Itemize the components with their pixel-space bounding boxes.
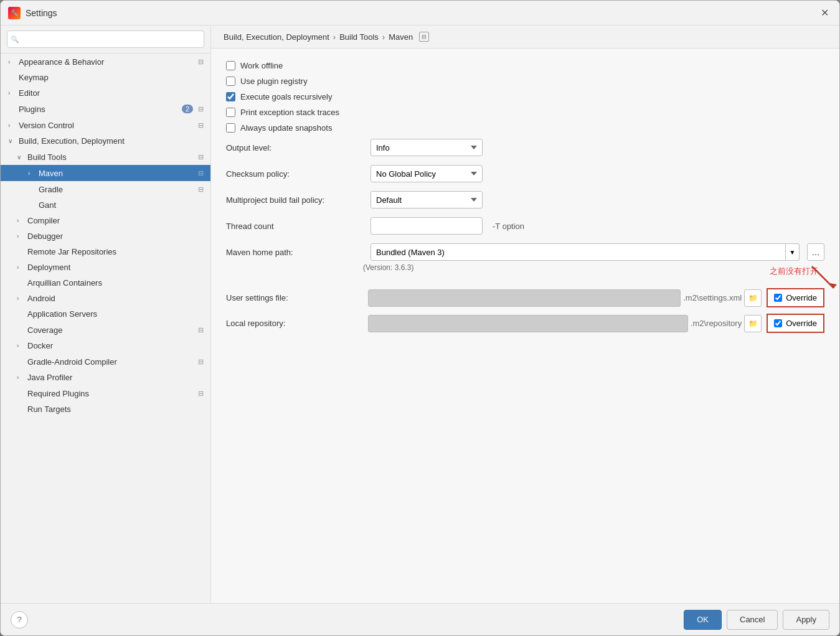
sidebar-item-maven[interactable]: › Maven ⊟ bbox=[1, 165, 210, 181]
expand-arrow: ∨ bbox=[17, 154, 26, 161]
sidebar-item-label: Keymap bbox=[19, 73, 205, 82]
settings-content: Work offline Use plugin registry Execute… bbox=[211, 49, 839, 603]
help-button[interactable]: ? bbox=[11, 611, 28, 629]
output-level-label: Output level: bbox=[226, 143, 363, 152]
execute-goals-row: Execute goals recursively bbox=[226, 92, 824, 101]
settings-icon: ⊟ bbox=[196, 168, 205, 178]
apply-button[interactable]: Apply bbox=[783, 610, 829, 630]
local-repo-path-blur bbox=[368, 315, 688, 332]
sidebar-item-arquillian[interactable]: Arquillian Containers bbox=[1, 275, 210, 291]
sidebar-item-label: Required Plugins bbox=[27, 389, 196, 398]
sidebar-item-run-targets[interactable]: Run Targets bbox=[1, 401, 210, 417]
expand-arrow: › bbox=[8, 58, 17, 65]
thread-count-row: Thread count -T option bbox=[226, 217, 824, 235]
sidebar-item-appearance[interactable]: › Appearance & Behavior ⊟ bbox=[1, 54, 210, 70]
local-repo-override-label[interactable]: Override bbox=[786, 319, 817, 328]
sidebar-item-label: Plugins bbox=[19, 105, 182, 114]
title-bar: 🔧 Settings ✕ bbox=[1, 1, 839, 26]
thread-count-label: Thread count bbox=[226, 222, 363, 231]
sidebar-item-label: Version Control bbox=[19, 121, 196, 130]
sidebar-item-label: Maven bbox=[39, 169, 196, 178]
user-settings-label: User settings file: bbox=[226, 293, 363, 302]
search-wrap bbox=[7, 30, 204, 48]
checksum-policy-row: Checksum policy: No Global Policy Warn F… bbox=[226, 165, 824, 182]
sidebar-item-app-servers[interactable]: Application Servers bbox=[1, 306, 210, 322]
breadcrumb-settings-icon[interactable]: ⊟ bbox=[419, 32, 429, 42]
local-repo-row: Local repository: .m2\repository 📁 Overr… bbox=[226, 314, 824, 333]
user-settings-override-checkbox[interactable] bbox=[774, 294, 782, 302]
use-plugin-registry-checkbox[interactable] bbox=[226, 77, 235, 86]
cancel-button[interactable]: Cancel bbox=[727, 610, 778, 630]
work-offline-checkbox[interactable] bbox=[226, 61, 235, 70]
svg-line-0 bbox=[812, 266, 834, 288]
expand-arrow: › bbox=[17, 374, 26, 381]
app-icon: 🔧 bbox=[8, 7, 21, 19]
work-offline-label[interactable]: Work offline bbox=[240, 61, 283, 70]
expand-arrow: › bbox=[8, 90, 17, 96]
maven-home-more-btn[interactable]: … bbox=[807, 243, 824, 261]
sidebar-item-deployment[interactable]: › Deployment bbox=[1, 260, 210, 275]
sidebar-item-keymap[interactable]: Keymap bbox=[1, 70, 210, 85]
output-level-row: Output level: Info Debug Warning Error bbox=[226, 139, 824, 156]
search-box bbox=[1, 26, 210, 54]
expand-arrow: ∨ bbox=[8, 138, 17, 144]
user-settings-section: User settings file: .m2\settings.xml 📁 O… bbox=[226, 288, 824, 333]
sidebar-item-build-exec[interactable]: ∨ Build, Execution, Deployment bbox=[1, 133, 210, 149]
maven-home-input[interactable] bbox=[370, 243, 786, 261]
sidebar: › Appearance & Behavior ⊟ Keymap › Edito… bbox=[1, 26, 211, 603]
settings-icon: ⊟ bbox=[196, 357, 205, 367]
checksum-policy-select[interactable]: No Global Policy Warn Fail Ignore bbox=[370, 165, 483, 182]
user-settings-path-text: .m2\settings.xml bbox=[683, 293, 742, 302]
breadcrumb-part2: Build Tools bbox=[339, 32, 379, 42]
user-settings-path-blur bbox=[368, 289, 681, 307]
ok-button[interactable]: OK bbox=[684, 610, 722, 630]
sidebar-item-gradle[interactable]: Gradle ⊟ bbox=[1, 181, 210, 197]
plugins-badge: 2 bbox=[182, 105, 193, 113]
maven-home-dropdown-btn[interactable]: ▼ bbox=[786, 243, 800, 261]
execute-goals-checkbox[interactable] bbox=[226, 92, 235, 101]
sidebar-item-version-control[interactable]: › Version Control ⊟ bbox=[1, 117, 210, 133]
sidebar-item-remote-jar[interactable]: Remote Jar Repositories bbox=[1, 244, 210, 260]
t-option-label: -T option bbox=[493, 222, 524, 231]
multiproject-select[interactable]: Default At End Never bbox=[370, 191, 483, 208]
output-level-select[interactable]: Info Debug Warning Error bbox=[370, 139, 483, 156]
sidebar-item-android[interactable]: › Android bbox=[1, 291, 210, 306]
local-repo-override-checkbox[interactable] bbox=[774, 319, 782, 327]
close-button[interactable]: ✕ bbox=[817, 6, 832, 21]
main-panel: Build, Execution, Deployment › Build Too… bbox=[211, 26, 839, 603]
print-exception-checkbox[interactable] bbox=[226, 108, 235, 117]
use-plugin-registry-label[interactable]: Use plugin registry bbox=[240, 77, 308, 86]
content-area: › Appearance & Behavior ⊟ Keymap › Edito… bbox=[1, 26, 839, 603]
checksum-policy-label: Checksum policy: bbox=[226, 169, 363, 179]
expand-arrow: › bbox=[8, 122, 17, 129]
local-repo-browse-btn[interactable]: 📁 bbox=[744, 315, 762, 332]
sidebar-item-docker[interactable]: › Docker bbox=[1, 338, 210, 353]
always-update-label[interactable]: Always update snapshots bbox=[240, 123, 332, 133]
thread-count-input[interactable] bbox=[370, 217, 483, 235]
user-settings-field-wrap: .m2\settings.xml 📁 bbox=[368, 289, 762, 307]
user-settings-browse-btn[interactable]: 📁 bbox=[744, 289, 762, 307]
expand-arrow: › bbox=[28, 170, 37, 177]
breadcrumb-sep2: › bbox=[382, 32, 385, 42]
sidebar-item-build-tools[interactable]: ∨ Build Tools ⊟ bbox=[1, 149, 210, 165]
version-row: (Version: 3.6.3) 之前没有打开 bbox=[363, 263, 824, 279]
execute-goals-label[interactable]: Execute goals recursively bbox=[240, 92, 332, 101]
sidebar-item-compiler[interactable]: › Compiler bbox=[1, 213, 210, 228]
user-settings-override-label[interactable]: Override bbox=[786, 293, 817, 302]
sidebar-item-java-profiler[interactable]: › Java Profiler bbox=[1, 370, 210, 385]
sidebar-item-coverage[interactable]: Coverage ⊟ bbox=[1, 322, 210, 338]
sidebar-item-required-plugins[interactable]: Required Plugins ⊟ bbox=[1, 385, 210, 401]
sidebar-item-gradle-android[interactable]: Gradle-Android Compiler ⊟ bbox=[1, 353, 210, 370]
sidebar-item-editor[interactable]: › Editor bbox=[1, 85, 210, 101]
expand-arrow: › bbox=[17, 295, 26, 302]
always-update-checkbox[interactable] bbox=[226, 123, 235, 133]
maven-home-row: Maven home path: ▼ … bbox=[226, 243, 824, 261]
search-input[interactable] bbox=[7, 30, 204, 48]
sidebar-item-gant[interactable]: Gant bbox=[1, 197, 210, 213]
breadcrumb-part1: Build, Execution, Deployment bbox=[224, 32, 329, 42]
sidebar-item-plugins[interactable]: Plugins 2 ⊟ bbox=[1, 101, 210, 117]
sidebar-item-debugger[interactable]: › Debugger bbox=[1, 228, 210, 244]
print-exception-label[interactable]: Print exception stack traces bbox=[240, 108, 339, 117]
settings-icon: ⊟ bbox=[196, 184, 205, 194]
multiproject-row: Multiproject build fail policy: Default … bbox=[226, 191, 824, 208]
